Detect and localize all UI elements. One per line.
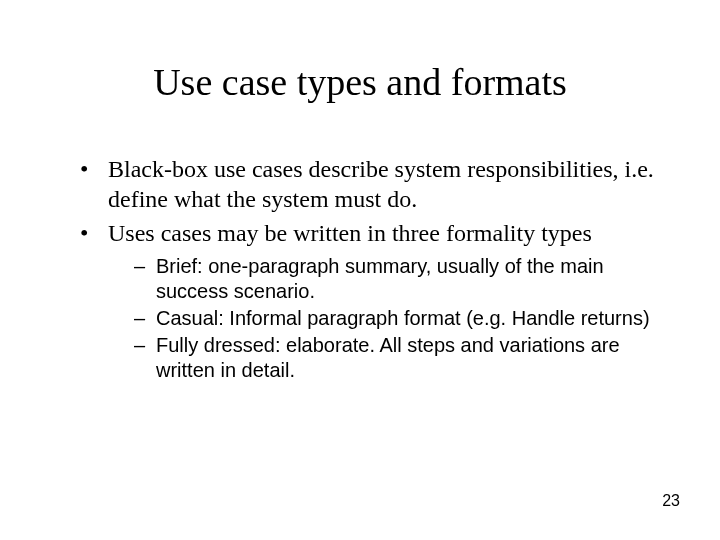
main-bullet-list: Black-box use cases describe system resp… — [60, 154, 660, 383]
sub-bullet-text: Fully dressed: elaborate. All steps and … — [156, 334, 620, 381]
bullet-item: Uses cases may be written in three forma… — [88, 218, 660, 383]
sub-bullet-item: Casual: Informal paragraph format (e.g. … — [138, 306, 660, 331]
bullet-item: Black-box use cases describe system resp… — [88, 154, 660, 214]
sub-bullet-item: Brief: one-paragraph summary, usually of… — [138, 254, 660, 304]
sub-bullet-text: Brief: one-paragraph summary, usually of… — [156, 255, 604, 302]
slide-title: Use case types and formats — [60, 60, 660, 104]
page-number: 23 — [662, 492, 680, 510]
sub-bullet-list: Brief: one-paragraph summary, usually of… — [108, 254, 660, 383]
bullet-text: Black-box use cases describe system resp… — [108, 156, 654, 212]
bullet-text: Uses cases may be written in three forma… — [108, 220, 592, 246]
sub-bullet-item: Fully dressed: elaborate. All steps and … — [138, 333, 660, 383]
sub-bullet-text: Casual: Informal paragraph format (e.g. … — [156, 307, 650, 329]
